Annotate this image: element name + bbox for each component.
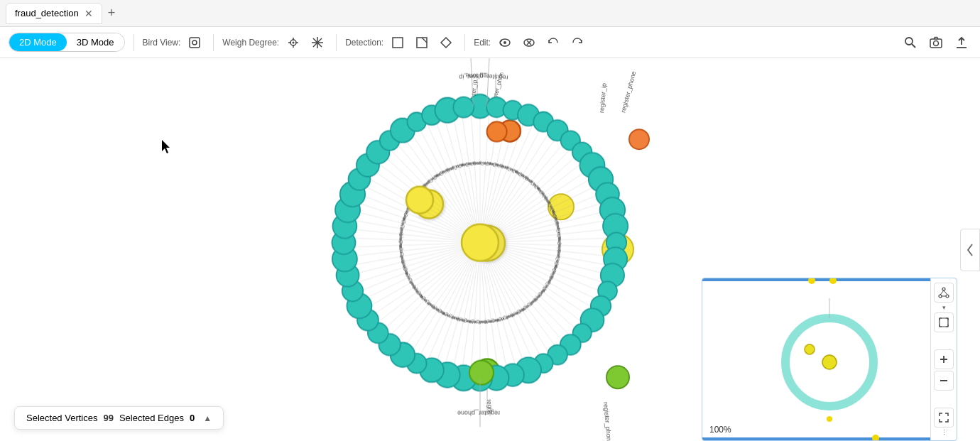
camera-icon[interactable]: [926, 33, 946, 53]
selected-edges-label: Selected Edges: [119, 413, 184, 423]
selected-edges-count: 0: [190, 413, 195, 423]
detection-icon-2[interactable]: [412, 33, 432, 53]
secondary-yellow-node[interactable]: [415, 190, 443, 218]
bird-view-icon[interactable]: [185, 33, 205, 53]
label-register-phone: register_phone: [489, 72, 506, 109]
orange-top-node[interactable]: [499, 120, 521, 141]
zoom-level: 100%: [709, 425, 731, 435]
expand-icon[interactable]: [934, 408, 954, 428]
weigh-degree-icon-1[interactable]: [283, 33, 303, 53]
dropdown-arrow[interactable]: ▾: [934, 304, 954, 311]
toolbar-right: [900, 33, 971, 53]
2d-mode-button[interactable]: 2D Mode: [9, 33, 67, 51]
minimap-controls: ▾ ⋮: [930, 278, 957, 440]
svg-line-24: [912, 44, 915, 48]
graph-type-icon[interactable]: [934, 283, 954, 303]
export-icon[interactable]: [952, 33, 971, 53]
svg-rect-12: [393, 38, 403, 48]
svg-marker-28: [162, 140, 170, 153]
svg-rect-0: [190, 38, 200, 48]
svg-point-23: [905, 38, 913, 45]
divider-2: [213, 34, 214, 51]
bird-view-label: Bird View:: [143, 38, 181, 48]
edit-icon-2[interactable]: [519, 33, 539, 53]
status-bar: Selected Vertices 99 Selected Edges 0 ▲: [14, 406, 224, 430]
divider-3: [336, 34, 337, 51]
detection-icon-3[interactable]: [436, 33, 456, 53]
mode-group: 2D Mode 3D Mode: [9, 33, 125, 52]
svg-point-36: [946, 295, 949, 298]
edit-label: Edit:: [474, 38, 491, 48]
zoom-in-icon[interactable]: [934, 349, 954, 369]
minimap-content[interactable]: [702, 281, 957, 441]
main-area: .node-teal { fill: #2ec4b6; stroke: #1a9…: [0, 58, 980, 441]
chevron-up-icon[interactable]: ▲: [203, 413, 212, 423]
fit-screen-icon[interactable]: [934, 312, 954, 332]
minimap-dot-bottom: [872, 435, 879, 441]
more-options[interactable]: ⋮: [934, 429, 954, 436]
new-tab-button[interactable]: +: [105, 6, 119, 21]
selected-vertices-label: Selected Vertices: [26, 413, 97, 423]
detection-group: Detection:: [345, 33, 456, 53]
svg-point-35: [939, 295, 942, 298]
svg-point-17: [503, 41, 506, 44]
svg-point-26: [934, 40, 939, 45]
undo-icon[interactable]: [543, 33, 563, 53]
svg-rect-40: [940, 318, 948, 327]
svg-point-31: [805, 344, 815, 354]
svg-point-30: [822, 355, 837, 369]
svg-line-38: [944, 290, 947, 295]
svg-line-37: [940, 290, 944, 295]
svg-point-1: [192, 40, 197, 45]
side-panel-toggle[interactable]: [960, 229, 980, 271]
minimap-bottom-bar: [702, 437, 957, 440]
selected-vertices-count: 99: [103, 413, 113, 423]
svg-point-3: [293, 41, 295, 43]
cursor-indicator: [162, 140, 170, 153]
minimap-svg: [758, 291, 900, 433]
detection-label: Detection:: [345, 38, 383, 48]
graph-main[interactable]: register_ip register_phone register_phon…: [317, 72, 658, 413]
title-bar: fraud_detection ✕ +: [0, 0, 980, 27]
zoom-out-icon[interactable]: [934, 371, 954, 391]
weigh-degree-group: Weigh Degree:: [222, 33, 327, 53]
3d-mode-button[interactable]: 3D Mode: [67, 33, 124, 51]
search-icon[interactable]: [900, 33, 920, 53]
tab-close-icon[interactable]: ✕: [85, 8, 93, 19]
tab-fraud-detection[interactable]: fraud_detection ✕: [6, 3, 102, 24]
divider-4: [464, 34, 465, 51]
minimap: 100% ▾ ⋮: [702, 278, 957, 441]
divider-1: [134, 34, 134, 51]
edit-icon-1[interactable]: [495, 33, 515, 53]
svg-marker-15: [441, 38, 451, 48]
toolbar: 2D Mode 3D Mode Bird View: Weigh Degree:…: [0, 27, 980, 58]
svg-line-14: [422, 38, 427, 43]
detection-icon-1[interactable]: [388, 33, 408, 53]
bird-view-group: Bird View:: [143, 33, 205, 53]
redo-icon[interactable]: [567, 33, 587, 53]
svg-point-34: [942, 288, 945, 290]
weigh-degree-label: Weigh Degree:: [222, 38, 279, 48]
svg-point-33: [827, 416, 832, 422]
tab-label: fraud_detection: [15, 8, 79, 18]
label-register-ip: register_ip: [469, 79, 478, 108]
main-center-node[interactable]: [469, 225, 505, 261]
weigh-degree-icon-2[interactable]: [307, 33, 327, 53]
svg-rect-13: [417, 38, 427, 48]
edit-group: Edit:: [474, 33, 587, 53]
label-bottom: register_phone: [486, 398, 496, 413]
